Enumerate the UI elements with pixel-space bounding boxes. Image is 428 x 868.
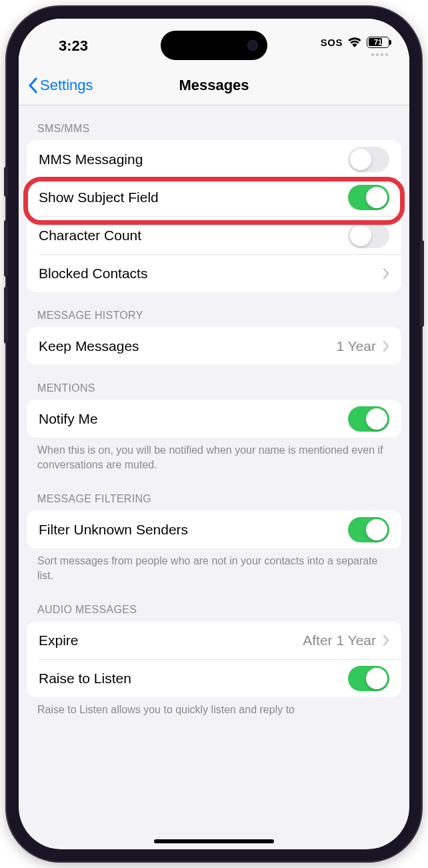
row-label: MMS Messaging xyxy=(39,151,143,167)
chevron-right-icon xyxy=(383,340,389,352)
toggle-notify-me[interactable] xyxy=(348,406,389,432)
row-label: Filter Unknown Senders xyxy=(39,522,188,538)
row-blocked-contacts[interactable]: Blocked Contacts xyxy=(27,254,401,292)
toggle-mms-messaging[interactable] xyxy=(348,147,389,172)
row-label: Raise to Listen xyxy=(39,671,131,687)
section-footer-audio: Raise to Listen allows you to quickly li… xyxy=(19,697,409,721)
home-indicator[interactable] xyxy=(154,839,274,843)
mute-switch xyxy=(4,167,8,197)
toggle-character-count[interactable] xyxy=(348,223,389,248)
row-label: Show Subject Field xyxy=(39,189,159,205)
chevron-right-icon xyxy=(383,268,389,280)
status-dots xyxy=(371,53,388,56)
row-character-count[interactable]: Character Count xyxy=(27,216,401,254)
toggle-raise-to-listen[interactable] xyxy=(348,666,389,691)
row-keep-messages[interactable]: Keep Messages 1 Year xyxy=(27,327,401,365)
list-audio: Expire After 1 Year Raise to Listen xyxy=(27,621,401,697)
toggle-show-subject-field[interactable] xyxy=(348,185,389,210)
row-label: Character Count xyxy=(39,228,141,244)
chevron-left-icon xyxy=(28,77,37,93)
section-footer-filtering: Sort messages from people who are not in… xyxy=(19,548,409,586)
section-footer-mentions: When this is on, you will be notified wh… xyxy=(19,438,409,476)
settings-content[interactable]: SMS/MMS MMS Messaging Show Subject Field… xyxy=(19,105,409,849)
row-raise-to-listen[interactable]: Raise to Listen xyxy=(27,659,401,697)
page-title: Messages xyxy=(179,77,249,94)
battery-percent: 71 xyxy=(374,38,382,46)
volume-up-button xyxy=(4,220,8,277)
row-filter-unknown-senders[interactable]: Filter Unknown Senders xyxy=(27,510,401,548)
row-label: Keep Messages xyxy=(39,338,139,354)
row-mms-messaging[interactable]: MMS Messaging xyxy=(27,140,401,178)
row-label: Notify Me xyxy=(39,411,98,427)
back-label: Settings xyxy=(40,77,93,94)
back-button[interactable]: Settings xyxy=(28,77,93,94)
row-value: After 1 Year xyxy=(303,632,376,648)
section-header-sms: SMS/MMS xyxy=(19,105,409,140)
nav-bar: Settings Messages xyxy=(19,65,409,105)
section-header-mentions: MENTIONS xyxy=(19,365,409,400)
chevron-right-icon xyxy=(383,634,389,646)
row-value: 1 Year xyxy=(336,338,376,354)
battery-icon: 71 xyxy=(367,37,389,48)
list-mentions: Notify Me xyxy=(27,400,401,438)
wifi-icon xyxy=(347,37,362,47)
row-show-subject-field[interactable]: Show Subject Field xyxy=(27,178,401,216)
section-header-filtering: MESSAGE FILTERING xyxy=(19,476,409,510)
row-notify-me[interactable]: Notify Me xyxy=(27,400,401,438)
dynamic-island xyxy=(161,31,267,60)
power-button xyxy=(420,240,424,327)
status-time: 3:23 xyxy=(59,37,88,55)
front-camera xyxy=(247,40,258,51)
row-label: Blocked Contacts xyxy=(39,266,147,282)
sos-indicator: SOS xyxy=(321,37,343,48)
screen: 3:23 SOS 71 xyxy=(19,19,409,849)
list-filtering: Filter Unknown Senders xyxy=(27,510,401,548)
row-expire[interactable]: Expire After 1 Year xyxy=(27,621,401,659)
row-label: Expire xyxy=(39,632,79,648)
toggle-filter-unknown[interactable] xyxy=(348,517,389,542)
list-history: Keep Messages 1 Year xyxy=(27,327,401,365)
volume-down-button xyxy=(4,287,8,344)
section-header-audio: AUDIO MESSAGES xyxy=(19,586,409,621)
phone-frame: 3:23 SOS 71 xyxy=(7,7,421,861)
list-sms: MMS Messaging Show Subject Field Charact… xyxy=(27,140,401,292)
section-header-history: MESSAGE HISTORY xyxy=(19,292,409,327)
